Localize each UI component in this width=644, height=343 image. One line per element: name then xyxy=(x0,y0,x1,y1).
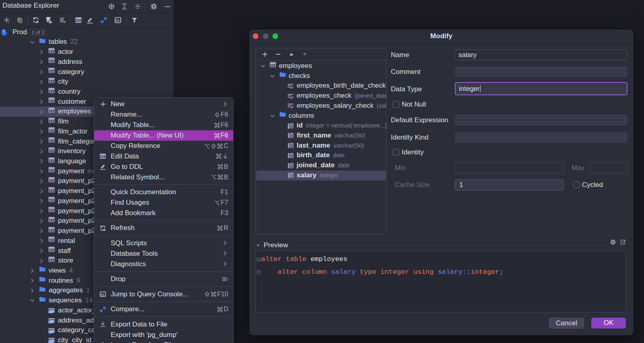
svg-text:123: 123 xyxy=(48,310,53,313)
svg-text:QL: QL xyxy=(116,18,120,22)
svg-text:123: 123 xyxy=(48,340,53,343)
svg-text:123: 123 xyxy=(48,331,53,333)
svg-text:QL: QL xyxy=(101,293,105,296)
svg-text:123: 123 xyxy=(48,320,53,323)
